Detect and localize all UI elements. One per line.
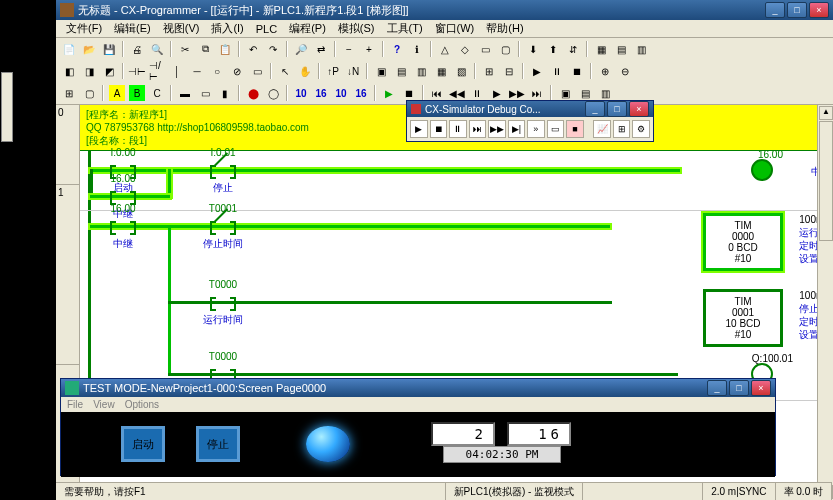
sim-chart-icon[interactable]: 📈 — [593, 120, 611, 138]
hmi-menu-options[interactable]: Options — [125, 399, 159, 410]
mode-icon[interactable]: ◨ — [80, 62, 98, 80]
hmi-stop-button[interactable]: 停止 — [196, 426, 240, 462]
menu-file[interactable]: 文件(F) — [60, 21, 108, 36]
play-icon[interactable]: ▶ — [380, 84, 398, 102]
scroll-thumb[interactable] — [819, 121, 833, 241]
maximize-button[interactable]: □ — [787, 2, 807, 18]
menu-edit[interactable]: 编辑(E) — [108, 21, 157, 36]
comment-icon[interactable]: B — [128, 84, 146, 102]
paste-icon[interactable]: 📋 — [216, 40, 234, 58]
menu-help[interactable]: 帮助(H) — [480, 21, 529, 36]
box-icon[interactable]: ▭ — [248, 62, 266, 80]
menu-program[interactable]: 编程(P) — [283, 21, 332, 36]
tool-icon[interactable]: ▭ — [476, 40, 494, 58]
cursor-icon[interactable]: ↖ — [276, 62, 294, 80]
timer-instruction[interactable]: TIM 0000 0 BCD #10 — [703, 213, 783, 271]
new-icon[interactable]: 📄 — [60, 40, 78, 58]
menu-window[interactable]: 窗口(W) — [429, 21, 481, 36]
contact-no[interactable]: T0000 运行时间 — [208, 291, 238, 313]
sim-run-icon[interactable]: ▶ — [410, 120, 428, 138]
whatsthis-icon[interactable]: ℹ — [408, 40, 426, 58]
falling-icon[interactable]: ↓N — [344, 62, 362, 80]
tool-icon[interactable]: ▣ — [372, 62, 390, 80]
tool-icon[interactable]: ▤ — [612, 40, 630, 58]
coil-nc-icon[interactable]: ⊘ — [228, 62, 246, 80]
sim-tool-icon[interactable]: ▭ — [547, 120, 565, 138]
watch-icon[interactable]: ◯ — [264, 84, 282, 102]
print-icon[interactable]: 🖨 — [128, 40, 146, 58]
tool-icon[interactable]: ▤ — [392, 62, 410, 80]
tool-icon[interactable]: ▶ — [528, 62, 546, 80]
tool-icon[interactable]: ▭ — [196, 84, 214, 102]
tool-icon[interactable]: ⊖ — [616, 62, 634, 80]
contact-nc-icon[interactable]: ⊣/⊢ — [148, 62, 166, 80]
help-icon[interactable]: ? — [388, 40, 406, 58]
contact-icon[interactable]: ⊣⊢ — [128, 62, 146, 80]
sim-maximize-button[interactable]: □ — [607, 101, 627, 117]
open-icon[interactable]: 📂 — [80, 40, 98, 58]
transfer-icon[interactable]: ⬇ — [524, 40, 542, 58]
menu-tools[interactable]: 工具(T) — [381, 21, 429, 36]
save-icon[interactable]: 💾 — [100, 40, 118, 58]
undo-icon[interactable]: ↶ — [244, 40, 262, 58]
sim-stop-icon[interactable]: ⏹ — [430, 120, 448, 138]
tool-icon[interactable]: ⏹ — [568, 62, 586, 80]
sim-gear-icon[interactable]: ⚙ — [632, 120, 650, 138]
hmi-maximize-button[interactable]: □ — [729, 380, 749, 396]
hmi-start-button[interactable]: 启动 — [121, 426, 165, 462]
compare-icon[interactable]: ⇵ — [564, 40, 582, 58]
tool-icon[interactable]: ▬ — [176, 84, 194, 102]
num-icon[interactable]: 10 — [292, 84, 310, 102]
sim-pause-icon[interactable]: ⏸ — [449, 120, 467, 138]
hand-icon[interactable]: ✋ — [296, 62, 314, 80]
menu-insert[interactable]: 插入(I) — [205, 21, 249, 36]
preview-icon[interactable]: 🔍 — [148, 40, 166, 58]
hmi-menu-file[interactable]: File — [67, 399, 83, 410]
hline-icon[interactable]: ─ — [188, 62, 206, 80]
sim-fwd-icon[interactable]: ▶▶ — [488, 120, 506, 138]
watch-icon[interactable]: ⬤ — [244, 84, 262, 102]
tool-icon[interactable]: ◇ — [456, 40, 474, 58]
find-icon[interactable]: 🔎 — [292, 40, 310, 58]
comment-icon[interactable]: C — [148, 84, 166, 102]
zoomout-icon[interactable]: − — [340, 40, 358, 58]
grid-icon[interactable]: ⊞ — [60, 84, 78, 102]
tool-icon[interactable]: ▥ — [412, 62, 430, 80]
sim-close-button[interactable]: × — [629, 101, 649, 117]
tool-icon[interactable]: ▧ — [452, 62, 470, 80]
contact-nc[interactable]: T0001 停止时间 — [208, 215, 238, 237]
num-icon[interactable]: 10 — [332, 84, 350, 102]
menu-plc[interactable]: PLC — [250, 23, 283, 35]
rising-icon[interactable]: ↑P — [324, 62, 342, 80]
num-icon[interactable]: 16 — [312, 84, 330, 102]
tool-icon[interactable]: ⊟ — [500, 62, 518, 80]
close-button[interactable]: × — [809, 2, 829, 18]
sim-opt-icon[interactable]: ⊞ — [613, 120, 631, 138]
menu-view[interactable]: 视图(V) — [157, 21, 206, 36]
sim-skip-icon[interactable]: ▶| — [508, 120, 526, 138]
tool-icon[interactable]: ⏸ — [548, 62, 566, 80]
sim-step-icon[interactable]: ⏭ — [469, 120, 487, 138]
menu-simulate[interactable]: 模拟(S) — [332, 21, 381, 36]
replace-icon[interactable]: ⇄ — [312, 40, 330, 58]
tool-icon[interactable]: △ — [436, 40, 454, 58]
output-coil[interactable] — [751, 159, 773, 181]
copy-icon[interactable]: ⧉ — [196, 40, 214, 58]
sim-minimize-button[interactable]: _ — [585, 101, 605, 117]
contact-nc[interactable]: I:0.01 停止 — [208, 159, 238, 181]
cut-icon[interactable]: ✂ — [176, 40, 194, 58]
contact-no[interactable]: 16.00 中继 — [108, 215, 138, 237]
scroll-up-icon[interactable]: ▲ — [819, 106, 833, 120]
vertical-scrollbar[interactable]: ▲ ▼ — [817, 105, 833, 500]
tool-icon[interactable]: ▦ — [432, 62, 450, 80]
tool-icon[interactable]: ▥ — [632, 40, 650, 58]
mode-icon[interactable]: ◩ — [100, 62, 118, 80]
hmi-menu-view[interactable]: View — [93, 399, 115, 410]
memory-icon[interactable]: ▢ — [80, 84, 98, 102]
hmi-window[interactable]: TEST MODE-NewProject1-000:Screen Page000… — [60, 378, 776, 476]
tool-icon[interactable]: ▢ — [496, 40, 514, 58]
vline-icon[interactable]: │ — [168, 62, 186, 80]
hmi-close-button[interactable]: × — [751, 380, 771, 396]
tool-icon[interactable]: ⊕ — [596, 62, 614, 80]
outer-scroll-thumb[interactable] — [1, 72, 13, 142]
